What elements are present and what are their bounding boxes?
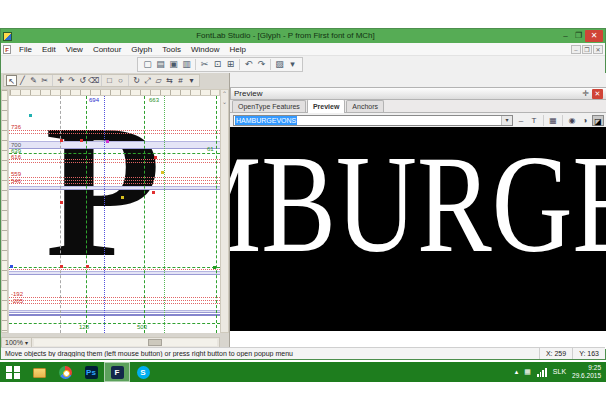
mdi-restore-button[interactable]: ❐ (582, 45, 592, 54)
open-icon[interactable]: ▤ (154, 58, 167, 71)
scroll-thumb[interactable] (148, 339, 162, 346)
knife-tool-icon[interactable]: ✂ (39, 75, 50, 86)
guide-horizontal[interactable] (9, 177, 220, 178)
guide-horizontal[interactable] (9, 141, 220, 149)
contour-node[interactable] (60, 201, 63, 204)
add-corner-node-icon[interactable]: ✛ (55, 75, 66, 86)
scale-tool-icon[interactable]: ⤢ (142, 75, 153, 86)
sample-text-combobox[interactable]: HAMBURGEVONS ▾ (233, 115, 513, 126)
mdi-close-button[interactable]: ✕ (593, 45, 603, 54)
menu-view[interactable]: View (61, 43, 88, 56)
vertical-scrollbar[interactable]: ⌃⌄ (220, 89, 229, 333)
rotate-tool-icon[interactable]: ↻ (131, 75, 142, 86)
pencil-tool-icon[interactable]: ✎ (28, 75, 39, 86)
contour-node[interactable] (106, 140, 109, 143)
guide-horizontal[interactable] (9, 180, 220, 181)
maximize-button[interactable]: ❐ (572, 30, 585, 42)
taskbar-skype[interactable]: S (130, 362, 156, 382)
preview-panel-header[interactable]: Preview ✛ ✕ (230, 87, 606, 100)
mirror-tool-icon[interactable]: ⇆ (164, 75, 175, 86)
guide-vertical[interactable] (104, 96, 105, 333)
vertical-ruler[interactable] (1, 89, 8, 333)
grid-button[interactable]: ▦ (547, 115, 559, 126)
contour-node[interactable] (152, 191, 155, 194)
preview-close-icon[interactable]: ✕ (592, 89, 603, 99)
guide-horizontal[interactable] (9, 271, 220, 275)
ruler-tool-icon[interactable]: # (175, 75, 186, 86)
contour-node[interactable] (161, 171, 164, 174)
contour-node[interactable] (154, 156, 157, 159)
guide-horizontal[interactable] (9, 323, 220, 324)
mdi-minimize-button[interactable]: – (571, 45, 581, 54)
menu-edit[interactable]: Edit (37, 43, 61, 56)
tab-opentype-features[interactable]: OpenType Features (232, 100, 306, 112)
contour-node[interactable] (10, 265, 13, 268)
guide-vertical[interactable] (164, 96, 165, 333)
guide-horizontal[interactable] (9, 186, 220, 190)
edit-tool-icon[interactable]: ↖ (6, 75, 17, 86)
tab-anchors[interactable]: Anchors (346, 100, 384, 112)
taskbar-fontlab[interactable]: F (104, 362, 130, 382)
horizontal-scrollbar[interactable] (34, 339, 217, 346)
taskbar-chrome[interactable] (52, 362, 78, 382)
guide-vertical[interactable] (144, 96, 145, 333)
invert-button[interactable]: ◪ (592, 115, 604, 126)
guide-vertical[interactable] (216, 96, 217, 333)
menu-window[interactable]: Window (186, 43, 224, 56)
taskbar-file-explorer[interactable] (26, 362, 52, 382)
more-toolbar-icon[interactable]: ▾ (286, 58, 299, 71)
guide-horizontal[interactable] (9, 267, 220, 268)
guide-horizontal[interactable] (9, 130, 220, 131)
copy-icon[interactable]: ⊡ (211, 58, 224, 71)
guide-horizontal[interactable] (9, 297, 220, 298)
delete-node-icon[interactable]: ⌫ (88, 75, 99, 86)
paste-icon[interactable]: ⊞ (224, 58, 237, 71)
contour-node[interactable] (86, 265, 89, 268)
ellipse-tool-icon[interactable]: ○ (115, 75, 126, 86)
waterfall-button[interactable]: T (528, 115, 540, 126)
combo-dropdown-icon[interactable]: ▾ (501, 116, 512, 125)
sample-options-button[interactable]: – (515, 115, 527, 126)
guide-vertical[interactable] (86, 96, 87, 333)
menu-contour[interactable]: Contour (88, 43, 126, 56)
redo-icon[interactable]: ↷ (255, 58, 268, 71)
contour-node[interactable] (213, 266, 216, 269)
tray-overflow-icon[interactable]: ▴ (515, 362, 519, 382)
guide-vertical[interactable] (60, 96, 61, 333)
guide-horizontal[interactable] (9, 303, 220, 304)
zoom-select[interactable]: 100% ▾ (2, 338, 32, 347)
minimize-button[interactable]: – (559, 30, 572, 42)
guide-horizontal[interactable] (9, 133, 220, 134)
color-button[interactable]: ◉ (566, 115, 578, 126)
guide-horizontal[interactable] (9, 300, 220, 301)
add-curve-node-icon[interactable]: ↷ (66, 75, 77, 86)
tab-preview[interactable]: Preview (307, 99, 345, 113)
line-tool-icon[interactable]: ╱ (17, 75, 28, 86)
undo-icon[interactable]: ↶ (242, 58, 255, 71)
rectangle-tool-icon[interactable]: □ (104, 75, 115, 86)
save-icon[interactable]: ▣ (167, 58, 180, 71)
contour-node[interactable] (29, 114, 32, 117)
contour-node[interactable] (60, 265, 63, 268)
language-indicator[interactable]: SLK (553, 362, 566, 382)
menu-help[interactable]: Help (224, 43, 250, 56)
tray-grid-icon[interactable]: ▦ (524, 362, 531, 382)
menu-tools[interactable]: Tools (157, 43, 186, 56)
guide-horizontal[interactable] (9, 162, 220, 163)
horizontal-ruler[interactable] (9, 89, 220, 96)
taskbar-clock[interactable]: 9:25 29.6.2015 (572, 364, 601, 380)
guide-horizontal[interactable] (9, 153, 220, 154)
title-bar[interactable]: FontLab Studio - [Glyph - P from First f… (1, 29, 605, 43)
more-tools-icon[interactable]: ▾ (186, 75, 197, 86)
glyph-canvas[interactable]: P 69466373670063961655954661-192-2051285… (9, 96, 220, 333)
network-icon[interactable] (537, 368, 547, 377)
guide-horizontal[interactable] (9, 159, 220, 160)
save-all-icon[interactable]: ▥ (180, 58, 193, 71)
new-icon[interactable]: ▢ (141, 58, 154, 71)
close-button[interactable]: ✕ (585, 30, 603, 42)
print-icon[interactable]: ▨ (273, 58, 286, 71)
guide-horizontal[interactable] (9, 310, 220, 313)
contour-node[interactable] (121, 196, 124, 199)
guide-horizontal[interactable] (9, 314, 220, 316)
taskbar-photoshop[interactable]: Ps (78, 362, 104, 382)
